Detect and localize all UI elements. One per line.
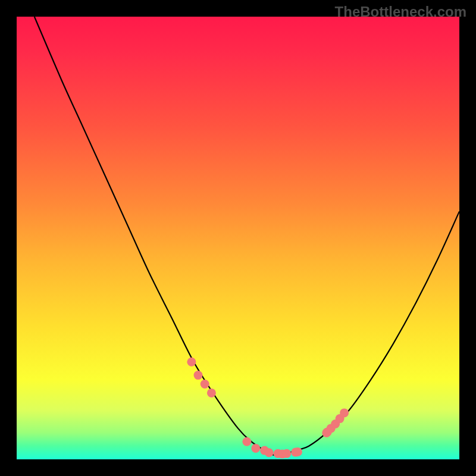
highlight-dot [187, 358, 196, 367]
highlight-dot [251, 444, 260, 453]
bottleneck-chart [17, 17, 459, 459]
chart-gradient-background [17, 17, 459, 459]
highlight-dot [293, 447, 302, 456]
bottleneck-curve-line [35, 17, 459, 456]
highlight-dot [265, 448, 274, 457]
watermark-text: TheBottleneck.com [335, 4, 466, 20]
highlight-dot [340, 408, 349, 417]
highlight-dot [242, 437, 251, 446]
highlight-dot [194, 371, 203, 380]
highlight-dots-group [187, 358, 349, 459]
highlight-dot [207, 389, 216, 397]
highlight-dot [201, 380, 209, 389]
highlight-dot [282, 449, 291, 458]
